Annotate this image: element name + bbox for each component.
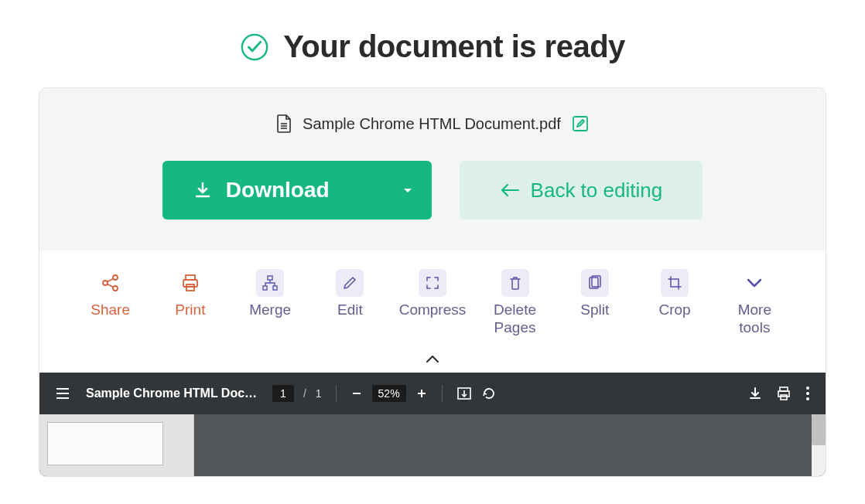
rename-icon[interactable] bbox=[572, 115, 589, 132]
svg-line-8 bbox=[107, 279, 113, 282]
svg-point-6 bbox=[113, 275, 118, 280]
svg-point-5 bbox=[103, 281, 108, 285]
chevron-up-icon bbox=[424, 352, 441, 365]
page-separator: / bbox=[303, 387, 306, 400]
back-label: Back to editing bbox=[531, 179, 663, 203]
result-card: Sample Chrome HTML Document.pdf Download… bbox=[39, 87, 826, 477]
tool-compress[interactable]: Compress bbox=[399, 269, 467, 319]
svg-point-29 bbox=[806, 392, 809, 395]
svg-rect-27 bbox=[781, 395, 787, 400]
viewer-doc-title: Sample Chrome HTML Doc… bbox=[86, 387, 257, 400]
svg-rect-15 bbox=[273, 286, 277, 290]
zoom-level[interactable]: 52% bbox=[372, 385, 406, 402]
viewer-download-icon[interactable] bbox=[748, 387, 762, 400]
svg-line-9 bbox=[107, 284, 113, 288]
svg-point-7 bbox=[113, 286, 118, 291]
download-button[interactable]: Download bbox=[162, 161, 432, 220]
viewer-more-icon[interactable] bbox=[805, 386, 810, 401]
tool-edit[interactable]: Edit bbox=[319, 269, 381, 319]
svg-rect-12 bbox=[186, 284, 194, 291]
merge-icon bbox=[256, 269, 284, 297]
pdf-viewer-body bbox=[39, 414, 826, 476]
svg-point-30 bbox=[806, 397, 809, 400]
download-options-caret[interactable] bbox=[384, 185, 432, 196]
tool-delete-pages[interactable]: Delete Pages bbox=[484, 269, 546, 337]
svg-rect-14 bbox=[263, 286, 267, 290]
pdf-viewer-toolbar: Sample Chrome HTML Doc… 1 / 1 52% bbox=[39, 373, 826, 414]
thumbnail-panel[interactable] bbox=[39, 414, 194, 476]
tool-split[interactable]: Split bbox=[564, 269, 626, 319]
page-total: 1 bbox=[316, 387, 322, 400]
print-icon bbox=[176, 269, 204, 297]
tool-merge[interactable]: Merge bbox=[239, 269, 301, 319]
menu-icon[interactable] bbox=[55, 387, 70, 400]
checkmark-circle-icon bbox=[240, 32, 269, 62]
tool-share[interactable]: Share bbox=[80, 269, 142, 319]
page-thumbnail[interactable] bbox=[47, 422, 163, 465]
svg-rect-4 bbox=[573, 117, 587, 131]
page-title: Your document is ready bbox=[283, 29, 625, 64]
zoom-in-button[interactable] bbox=[415, 387, 428, 400]
scrollbar[interactable] bbox=[812, 414, 826, 476]
document-icon bbox=[276, 114, 292, 133]
share-icon bbox=[97, 269, 125, 297]
trash-icon bbox=[501, 269, 529, 297]
scrollbar-thumb[interactable] bbox=[812, 414, 826, 445]
svg-point-28 bbox=[806, 387, 809, 390]
arrow-left-icon bbox=[500, 182, 520, 199]
chevron-down-icon bbox=[740, 269, 768, 297]
split-icon bbox=[581, 269, 609, 297]
crop-icon bbox=[661, 269, 689, 297]
zoom-out-button[interactable] bbox=[350, 387, 363, 400]
svg-rect-11 bbox=[183, 280, 197, 287]
pencil-icon bbox=[336, 269, 364, 297]
compress-icon bbox=[419, 269, 446, 297]
download-label: Download bbox=[226, 178, 330, 203]
fit-page-icon[interactable] bbox=[456, 387, 472, 400]
rotate-icon[interactable] bbox=[481, 386, 497, 401]
svg-rect-13 bbox=[268, 276, 272, 280]
tool-more[interactable]: More tools bbox=[723, 269, 785, 337]
collapse-toggle[interactable] bbox=[39, 348, 826, 373]
file-name: Sample Chrome HTML Document.pdf bbox=[303, 115, 561, 133]
tools-strip: Share Print Merge Edit Compress bbox=[39, 250, 826, 348]
tool-crop[interactable]: Crop bbox=[644, 269, 706, 319]
svg-rect-26 bbox=[778, 391, 789, 397]
page-current-input[interactable]: 1 bbox=[272, 385, 294, 402]
download-icon bbox=[193, 181, 212, 199]
tool-print[interactable]: Print bbox=[159, 269, 221, 319]
back-to-editing-button[interactable]: Back to editing bbox=[460, 161, 703, 220]
viewer-print-icon[interactable] bbox=[776, 386, 791, 401]
